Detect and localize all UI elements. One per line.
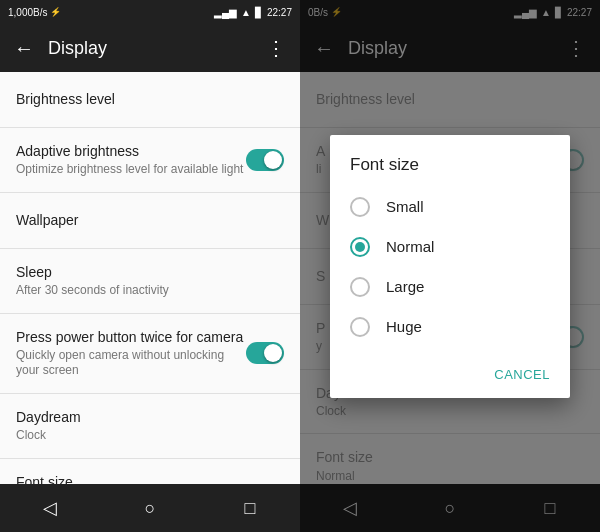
left-daydream-subtitle: Clock: [16, 428, 284, 444]
radio-normal-label: Normal: [386, 238, 434, 255]
option-small[interactable]: Small: [338, 187, 562, 227]
dialog-title: Font size: [330, 135, 570, 187]
radio-huge-label: Huge: [386, 318, 422, 335]
left-toolbar: ← Display ⋮: [0, 24, 300, 72]
radio-small-circle: [350, 197, 370, 217]
left-item-sleep[interactable]: Sleep After 30 seconds of inactivity: [0, 249, 300, 314]
left-daydream-title: Daydream: [16, 408, 284, 426]
left-wallpaper-title: Wallpaper: [16, 211, 284, 229]
left-fontsize-title: Font size: [16, 473, 284, 484]
left-power-camera-subtitle: Quickly open camera without unlocking yo…: [16, 348, 246, 379]
left-status-right: ▂▄▆ ▲ ▊ 22:27: [214, 7, 292, 18]
left-power-camera-toggle[interactable]: [246, 342, 284, 364]
left-settings-list: Brightness level Adaptive brightness Opt…: [0, 72, 300, 484]
left-sleep-subtitle: After 30 seconds of inactivity: [16, 283, 284, 299]
left-wifi-icon: ▲: [241, 7, 251, 18]
left-adaptive-subtitle: Optimize brightness level for available …: [16, 162, 246, 178]
left-sleep-title: Sleep: [16, 263, 284, 281]
left-item-brightness[interactable]: Brightness level: [0, 72, 300, 128]
left-power-camera-toggle-thumb: [264, 344, 282, 362]
left-time: 22:27: [267, 7, 292, 18]
dialog-actions: CANCEL: [330, 355, 570, 398]
left-item-power-camera[interactable]: Press power button twice for camera Quic…: [0, 314, 300, 394]
radio-huge-circle: [350, 317, 370, 337]
font-size-dialog: Font size Small Normal Large: [330, 135, 570, 398]
cancel-button[interactable]: CANCEL: [482, 359, 562, 390]
left-item-wallpaper[interactable]: Wallpaper: [0, 193, 300, 249]
radio-large-circle: [350, 277, 370, 297]
left-panel: 1,000B/s ⚡ ▂▄▆ ▲ ▊ 22:27 ← Display ⋮ Bri…: [0, 0, 300, 532]
left-back-button[interactable]: ←: [8, 32, 40, 64]
radio-large-label: Large: [386, 278, 424, 295]
left-menu-button[interactable]: ⋮: [260, 32, 292, 64]
left-lightning-icon: ⚡: [50, 7, 61, 17]
option-normal[interactable]: Normal: [338, 227, 562, 267]
left-item-daydream[interactable]: Daydream Clock: [0, 394, 300, 459]
option-large[interactable]: Large: [338, 267, 562, 307]
radio-normal-dot: [355, 242, 365, 252]
left-nav-recents[interactable]: □: [226, 484, 274, 532]
option-huge[interactable]: Huge: [338, 307, 562, 347]
left-data-speed: 1,000B/s: [8, 7, 47, 18]
left-nav-bar: ◁ ○ □: [0, 484, 300, 532]
left-item-fontsize[interactable]: Font size Normal: [0, 459, 300, 484]
left-status-bar: 1,000B/s ⚡ ▂▄▆ ▲ ▊ 22:27: [0, 0, 300, 24]
dialog-overlay: Font size Small Normal Large: [300, 0, 600, 532]
radio-small-label: Small: [386, 198, 424, 215]
left-status-left: 1,000B/s ⚡: [8, 7, 61, 18]
left-nav-back[interactable]: ◁: [26, 484, 74, 532]
left-adaptive-toggle-thumb: [264, 151, 282, 169]
left-adaptive-toggle[interactable]: [246, 149, 284, 171]
right-panel: 0B/s ⚡ ▂▄▆ ▲ ▊ 22:27 ← Display ⋮ Brightn…: [300, 0, 600, 532]
left-nav-home[interactable]: ○: [126, 484, 174, 532]
left-brightness-title: Brightness level: [16, 90, 284, 108]
left-signal-icon: ▂▄▆: [214, 7, 237, 18]
left-adaptive-title: Adaptive brightness: [16, 142, 246, 160]
radio-normal-circle: [350, 237, 370, 257]
dialog-options: Small Normal Large Huge: [330, 187, 570, 355]
left-battery-icon: ▊: [255, 7, 263, 18]
left-power-camera-title: Press power button twice for camera: [16, 328, 246, 346]
left-page-title: Display: [48, 38, 252, 59]
left-item-adaptive[interactable]: Adaptive brightness Optimize brightness …: [0, 128, 300, 193]
